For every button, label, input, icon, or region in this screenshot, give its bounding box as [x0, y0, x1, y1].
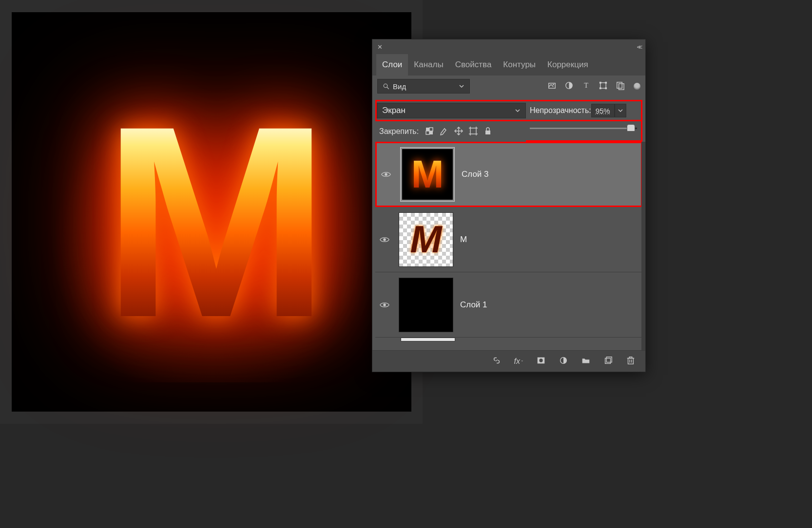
filter-smartobject-icon[interactable]	[616, 81, 625, 92]
svg-point-32	[385, 173, 387, 176]
new-layer-icon[interactable]	[603, 356, 613, 367]
svg-rect-22	[470, 128, 476, 134]
tab-paths[interactable]: Контуры	[497, 54, 541, 75]
close-icon[interactable]: ✕	[377, 43, 383, 51]
layer-name[interactable]: Слой 3	[462, 170, 489, 179]
svg-rect-13	[605, 87, 607, 89]
svg-rect-11	[605, 82, 607, 84]
svg-text:T: T	[584, 81, 588, 89]
filter-label: Вид	[393, 82, 406, 91]
filter-adjustment-icon[interactable]	[564, 81, 574, 92]
svg-point-33	[383, 238, 386, 241]
lock-all-icon[interactable]	[483, 126, 493, 137]
layer-filter-select[interactable]: Вид	[377, 79, 470, 94]
layers-panel: ✕ << Слои Каналы Свойства Контуры Коррек…	[372, 39, 646, 372]
opacity-dropdown-icon[interactable]	[615, 104, 626, 117]
svg-point-3	[384, 84, 387, 88]
layer-thumbnail-partial	[401, 338, 455, 341]
filter-type-icons: T	[547, 81, 625, 92]
layer-name[interactable]: Слой 1	[460, 300, 487, 310]
svg-rect-19	[426, 131, 429, 134]
lock-label: Закрепить:	[379, 127, 419, 136]
opacity-slider[interactable]	[526, 120, 641, 136]
svg-rect-16	[426, 128, 429, 131]
svg-rect-17	[429, 131, 433, 134]
layer-row[interactable]: M М	[375, 207, 642, 272]
filter-pixel-icon[interactable]	[547, 81, 557, 92]
blend-mode-value: Экран	[382, 106, 406, 115]
delete-layer-icon[interactable]	[626, 356, 636, 367]
collapse-icon[interactable]: <<	[637, 43, 640, 51]
visibility-toggle[interactable]	[377, 300, 392, 310]
filter-type-icon[interactable]: T	[581, 81, 591, 92]
layers-footer: fx˅	[372, 350, 645, 372]
layer-row[interactable]: Слой 1	[375, 272, 642, 338]
svg-rect-15	[619, 84, 624, 90]
layer-thumbnail[interactable]	[399, 278, 453, 332]
svg-rect-14	[617, 82, 622, 88]
filter-toggle[interactable]	[634, 83, 640, 90]
layer-row-partial	[375, 338, 642, 347]
svg-rect-45	[629, 357, 632, 358]
svg-rect-18	[429, 128, 433, 131]
svg-rect-31	[485, 131, 490, 134]
tab-channels[interactable]: Каналы	[408, 54, 449, 75]
svg-point-37	[539, 358, 542, 362]
filter-shape-icon[interactable]	[599, 81, 608, 92]
document-canvas[interactable]: M	[0, 0, 423, 424]
layer-thumbnail[interactable]: M	[400, 147, 455, 202]
tab-properties[interactable]: Свойства	[449, 54, 498, 75]
svg-rect-10	[599, 82, 601, 84]
svg-rect-39	[605, 358, 611, 363]
layer-fx-icon[interactable]: fx˅	[514, 357, 523, 366]
link-layers-icon[interactable]	[492, 356, 502, 367]
panel-tabs: Слои Каналы Свойства Контуры Коррекция	[372, 54, 645, 75]
layers-list: M Слой 3 M М Слой 1	[372, 142, 645, 350]
svg-line-4	[387, 87, 389, 89]
fire-letter: M	[102, 113, 320, 331]
visibility-toggle[interactable]	[379, 169, 393, 180]
svg-point-6	[553, 84, 554, 85]
blend-mode-select[interactable]: Экран	[377, 103, 526, 118]
lock-pixels-icon[interactable]	[439, 126, 449, 137]
layer-name[interactable]: М	[460, 235, 467, 245]
layer-row[interactable]: M Слой 3	[375, 142, 642, 207]
tab-adjustments[interactable]: Коррекция	[541, 54, 594, 75]
svg-point-34	[383, 303, 386, 306]
opacity-label[interactable]: Непрозрачность:	[530, 106, 591, 115]
panel-titlebar: ✕ <<	[372, 39, 645, 54]
layer-thumbnail[interactable]: M	[399, 212, 453, 267]
layer-group-icon[interactable]	[581, 356, 591, 367]
lock-position-icon[interactable]	[454, 126, 464, 137]
lock-artboard-icon[interactable]	[468, 126, 478, 137]
svg-rect-12	[599, 87, 601, 89]
tab-layers[interactable]: Слои	[376, 54, 408, 75]
opacity-slider-thumb[interactable]	[627, 124, 635, 132]
svg-line-35	[495, 359, 497, 361]
scrollbar[interactable]	[641, 142, 645, 350]
lock-transparency-icon[interactable]	[425, 126, 434, 137]
adjustment-layer-icon[interactable]	[559, 356, 568, 367]
opacity-input[interactable]: 95%	[591, 104, 615, 117]
layer-filter-row: Вид T	[372, 75, 645, 97]
layer-mask-icon[interactable]	[536, 356, 546, 367]
visibility-toggle[interactable]	[377, 234, 392, 245]
svg-rect-41	[628, 358, 634, 364]
artwork: M	[12, 12, 411, 412]
svg-rect-40	[606, 357, 612, 362]
